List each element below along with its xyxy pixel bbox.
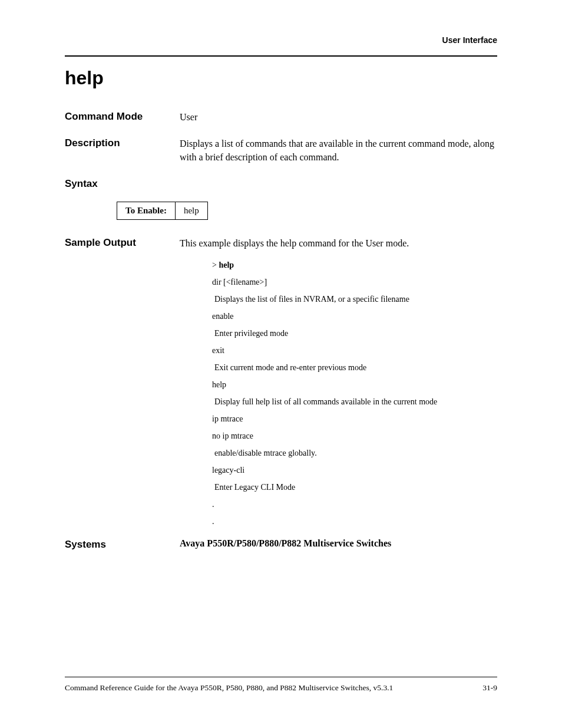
sample-line: ip mtrace: [212, 414, 497, 424]
description-label: Description: [65, 137, 180, 149]
systems-label: Systems: [65, 538, 180, 551]
description-value: Displays a list of commands that are ava…: [180, 137, 497, 164]
sample-line: exit: [212, 346, 497, 355]
sample-output-block: > help dir [<filename>] Displays the lis…: [212, 261, 497, 526]
syntax-table-label: To Enable:: [117, 202, 176, 219]
syntax-table-value: help: [175, 202, 207, 219]
description-row: Description Displays a list of commands …: [65, 137, 497, 164]
table-row: To Enable: help: [117, 202, 208, 219]
prompt-prefix: >: [212, 261, 219, 269]
sample-line: Enter Legacy CLI Mode: [214, 483, 497, 492]
syntax-table: To Enable: help: [117, 202, 208, 220]
sample-line: .: [212, 517, 497, 526]
sample-line: no ip mtrace: [212, 431, 497, 441]
sample-line: enable/disable mtrace globally.: [214, 449, 497, 458]
command-mode-label: Command Mode: [65, 110, 180, 123]
sample-line: Display full help list of all commands a…: [214, 397, 497, 407]
header-section-name: User Interface: [65, 35, 497, 45]
sample-output-label: Sample Output: [65, 236, 180, 249]
page-title: help: [65, 67, 497, 89]
footer-page: 31-9: [482, 683, 497, 693]
syntax-label: Syntax: [65, 177, 180, 190]
sample-output-intro: This example displays the help command f…: [180, 236, 497, 250]
sample-line: Exit current mode and re-enter previous …: [214, 363, 497, 373]
sample-line: legacy-cli: [212, 466, 497, 475]
systems-row: Systems Avaya P550R/P580/P880/P882 Multi…: [65, 538, 497, 551]
footer-row: Command Reference Guide for the Avaya P5…: [65, 683, 497, 693]
top-rule: [65, 55, 497, 57]
footer: Command Reference Guide for the Avaya P5…: [65, 677, 497, 693]
sample-line: dir [<filename>]: [212, 278, 497, 287]
sample-line: help: [212, 380, 497, 390]
command-mode-row: Command Mode User: [65, 110, 497, 124]
footer-text: Command Reference Guide for the Avaya P5…: [65, 683, 393, 693]
syntax-row: Syntax: [65, 177, 497, 190]
sample-output-row: Sample Output This example displays the …: [65, 236, 497, 250]
sample-line: Enter privileged mode: [214, 329, 497, 338]
sample-line: enable: [212, 312, 497, 321]
prompt-command: help: [219, 261, 234, 269]
systems-value: Avaya P550R/P580/P880/P882 Multiservice …: [180, 538, 497, 549]
command-mode-value: User: [180, 110, 497, 124]
footer-rule: [65, 677, 497, 677]
sample-prompt: > help: [212, 261, 497, 270]
sample-line: .: [212, 500, 497, 509]
sample-line: Displays the list of files in NVRAM, or …: [214, 295, 497, 304]
